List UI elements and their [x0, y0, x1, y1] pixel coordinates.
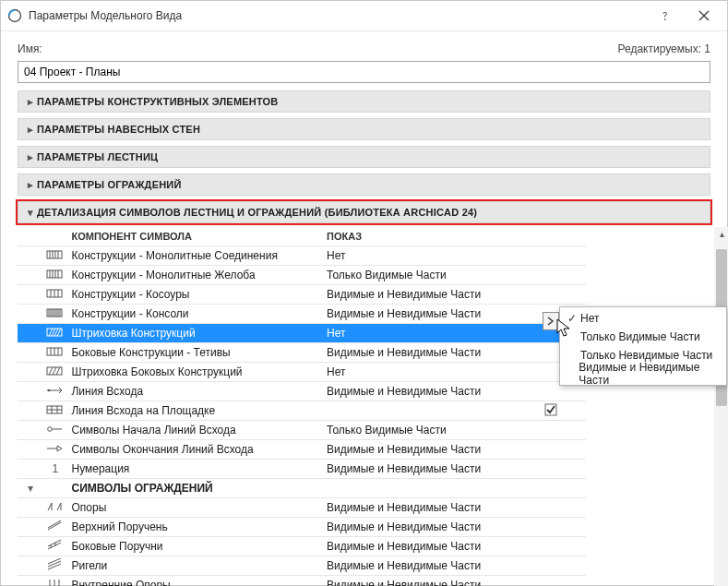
check-icon: ✓ [564, 312, 580, 325]
panel-stair-railing-symbols[interactable]: ▾ ДЕТАЛИЗАЦИЯ СИМВОЛОВ ЛЕСТНИЦ И ОГРАЖДЕ… [18, 201, 710, 223]
checkbox-checked[interactable] [544, 406, 557, 419]
show-cell[interactable]: Нет [323, 324, 533, 343]
name-input[interactable] [18, 61, 710, 83]
handrail-icon [46, 539, 63, 555]
stair-icon [46, 306, 63, 322]
svg-line-34 [53, 367, 56, 375]
toprail-icon [46, 520, 63, 535]
chevron-right-icon: ▸ [24, 96, 37, 108]
show-cell[interactable]: Видимые и Невидимые Части [323, 556, 533, 576]
rails-icon [46, 558, 63, 574]
column-component: КОМПОНЕНТ СИМВОЛА [67, 227, 323, 246]
table-row[interactable]: Линия Всхода на Площадке [18, 401, 586, 421]
table-row[interactable]: Верхний Поручень Видимые и Невидимые Час… [18, 518, 586, 537]
editables-label: Редактируемых: 1 [618, 42, 710, 55]
show-cell[interactable]: Видимые и Невидимые Части [323, 305, 533, 324]
dialog-title: Параметры Модельного Вида [25, 9, 646, 22]
name-field-container [18, 61, 710, 83]
show-cell[interactable]: Видимые и Невидимые Части [323, 576, 533, 587]
vertical-scrollbar[interactable]: ▴ ▾ [714, 227, 728, 586]
table-row[interactable]: Конструкции - Консоли Видимые и Невидимы… [18, 305, 586, 324]
chevron-right-icon: ▸ [24, 151, 37, 163]
stair-icon [46, 268, 63, 283]
hatch-icon [46, 365, 63, 380]
show-cell[interactable]: Видимые и Невидимые Части [323, 460, 533, 479]
line-icon [46, 384, 63, 400]
svg-line-35 [56, 367, 60, 375]
chevron-down-icon: ▾ [24, 207, 37, 219]
show-cell[interactable]: Видимые и Невидимые Части [323, 518, 533, 537]
table-row[interactable]: Линия Всхода Видимые и Невидимые Части [18, 382, 586, 401]
close-button[interactable] [685, 1, 723, 30]
table-row[interactable]: Символы Окончания Линий Всхода Видимые и… [18, 440, 586, 460]
stair-icon [46, 287, 63, 303]
table-row[interactable]: Конструкции - Косоуры Видимые и Невидимы… [18, 285, 586, 305]
show-cell[interactable]: Только Видимые Части [323, 421, 533, 440]
table-row[interactable]: 1 Нумерация Видимые и Невидимые Части [18, 460, 586, 479]
show-cell[interactable]: Видимые и Невидимые Части [323, 343, 533, 363]
table-row[interactable]: Конструкции - Монолитные Желоба Только В… [18, 266, 586, 285]
marker-end-icon [46, 442, 63, 458]
dropdown-option-none[interactable]: ✓ Нет [560, 309, 726, 328]
show-cell[interactable]: Видимые и Невидимые Части [323, 498, 533, 518]
svg-rect-1 [47, 251, 62, 258]
show-dropdown-menu: ✓ Нет Только Видимые Части Только Невиди… [559, 306, 727, 386]
show-cell[interactable]: Нет [323, 246, 533, 266]
table-row[interactable]: Боковые Поручни Видимые и Невидимые Част… [18, 537, 586, 556]
svg-line-33 [49, 367, 53, 375]
subheader-railing-symbols[interactable]: ▾ СИМВОЛЫ ОГРАЖДЕНИЙ [18, 479, 586, 498]
symbol-detail-table: КОМПОНЕНТ СИМВОЛА ПОКАЗ Конструкции - Мо… [18, 227, 586, 586]
panel-stairs[interactable]: ▸ ПАРАМЕТРЫ ЛЕСТНИЦ [18, 146, 710, 168]
marker-start-icon [46, 423, 63, 438]
help-button[interactable] [646, 1, 685, 30]
chevron-down-icon: ▾ [28, 482, 33, 495]
scroll-up-icon[interactable]: ▴ [714, 227, 728, 240]
app-icon [5, 8, 25, 23]
table-header-row: КОМПОНЕНТ СИМВОЛА ПОКАЗ [18, 227, 586, 246]
show-dropdown-button[interactable] [543, 312, 559, 330]
innerpost-icon [46, 578, 63, 587]
panel-curtain-walls[interactable]: ▸ ПАРАМЕТРЫ НАВЕСНЫХ СТЕН [18, 118, 710, 140]
grid-icon [46, 403, 63, 419]
name-label: Имя: [18, 42, 42, 55]
table-row-selected[interactable]: Штриховка Конструкций Нет [18, 324, 586, 343]
svg-rect-6 [47, 270, 62, 278]
show-cell[interactable]: Нет [323, 363, 533, 382]
stair-icon [46, 345, 63, 361]
table-row[interactable]: Конструкции - Монолитные Соединения Нет [18, 246, 586, 266]
show-cell[interactable] [323, 401, 533, 421]
show-cell[interactable]: Видимые и Невидимые Части [323, 537, 533, 556]
stair-icon [46, 248, 63, 264]
svg-point-37 [48, 389, 51, 391]
column-show: ПОКАЗ [323, 227, 533, 246]
show-cell[interactable]: Видимые и Невидимые Части [323, 440, 533, 460]
chevron-right-icon: ▸ [24, 179, 37, 191]
panel-railings[interactable]: ▸ ПАРАМЕТРЫ ОГРАЖДЕНИЙ [18, 173, 710, 196]
titlebar: Параметры Модельного Вида [1, 1, 727, 31]
show-cell[interactable]: Видимые и Невидимые Части [323, 285, 533, 305]
post-icon [46, 500, 63, 516]
number-icon: 1 [42, 460, 67, 479]
dialog-window: Параметры Модельного Вида Имя: Редактиру… [0, 0, 728, 586]
symbol-detail-table-wrap: КОМПОНЕНТ СИМВОЛА ПОКАЗ Конструкции - Мо… [18, 227, 710, 586]
table-row[interactable]: Штриховка Боковых Конструкций Нет [18, 363, 586, 382]
dropdown-option-both[interactable]: Видимые и Невидимые Части [560, 365, 726, 383]
show-cell[interactable]: Видимые и Невидимые Части [323, 382, 533, 401]
label-row: Имя: Редактируемых: 1 [1, 31, 727, 61]
panel-construction-elements[interactable]: ▸ ПАРАМЕТРЫ КОНСТРУКТИВНЫХ ЭЛЕМЕНТОВ [18, 90, 710, 113]
svg-rect-42 [545, 404, 556, 415]
show-cell[interactable]: Только Видимые Части [323, 266, 533, 285]
chevron-right-icon: ▸ [24, 124, 37, 136]
svg-point-43 [48, 426, 53, 431]
table-row[interactable]: Внутренние Опоры Видимые и Невидимые Час… [18, 576, 586, 587]
table-row[interactable]: Боковые Конструкции - Тетивы Видимые и Н… [18, 343, 586, 363]
hatch-icon [46, 326, 63, 341]
table-row[interactable]: Опоры Видимые и Невидимые Части [18, 498, 586, 518]
table-row[interactable]: Символы Начала Линий Всхода Только Видим… [18, 421, 586, 440]
dropdown-option-visible[interactable]: Только Видимые Части [560, 328, 726, 346]
table-row[interactable]: Ригели Видимые и Невидимые Части [18, 556, 586, 576]
